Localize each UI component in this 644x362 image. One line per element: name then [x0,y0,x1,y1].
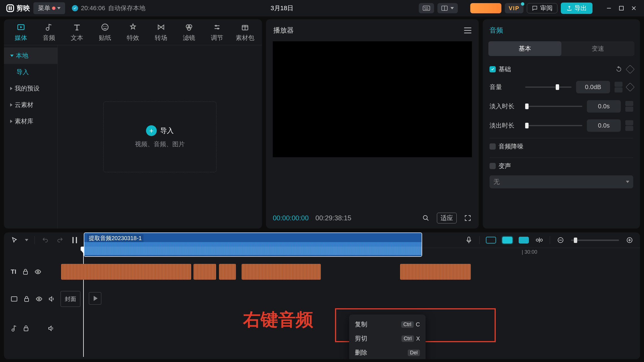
svg-rect-27 [72,237,74,243]
sidebar-item-2[interactable]: 我的预设 [4,80,57,97]
aspect-ratio-button[interactable]: 适应 [437,213,457,223]
chevron-right-icon [10,87,12,90]
audio-clip[interactable]: 提取音频20230318-1 [84,232,422,257]
sidebar-item-1[interactable]: 导入 [4,64,57,80]
undo-button[interactable] [41,236,50,244]
context-item[interactable]: 删除Del [349,346,426,359]
sidebar-item-3[interactable]: 云素材 [4,97,57,113]
export-button[interactable]: 导出 [561,3,593,14]
lock-icon[interactable] [24,296,29,302]
svg-rect-1 [9,6,10,10]
svg-rect-6 [427,7,428,8]
menu-button[interactable]: 菜单 [33,2,65,14]
import-dropzone[interactable]: +导入 视频、音频、图片 [103,102,216,172]
player-canvas[interactable] [273,41,472,157]
snap-mode-3[interactable] [519,237,529,244]
fadein-label: 淡入时长 [490,102,521,111]
mute-icon[interactable] [48,326,54,331]
maximize-button[interactable] [617,4,626,13]
split-button[interactable] [70,236,79,244]
close-icon [631,6,636,11]
fadeout-stepper[interactable] [625,120,633,131]
volume-value[interactable]: 0.0dB [576,81,610,93]
context-item-label: 剪切 [355,334,367,343]
tab-label: 媒体 [15,34,27,42]
sidebar-item-4[interactable]: 素材库 [4,113,57,130]
lock-icon[interactable] [23,325,29,331]
fadein-value[interactable]: 0.0s [587,100,621,113]
context-item[interactable]: 复制CtrlC [349,317,426,331]
keyframe-button[interactable] [626,65,634,74]
basic-checkbox[interactable] [490,66,496,72]
chevron-down-icon [626,181,629,183]
menu-label: 菜单 [38,4,50,12]
cursor-icon [11,237,18,244]
keyboard-button[interactable] [419,3,434,13]
volume-slider[interactable] [525,87,572,88]
sidebar-item-label: 云素材 [15,101,33,109]
align-button[interactable] [535,236,544,244]
project-title: 3月18日 [149,4,415,12]
svg-rect-39 [23,271,27,274]
fadein-stepper[interactable] [625,101,633,112]
media-tab-audio[interactable]: 音频 [35,22,63,42]
audio-icon [44,22,54,32]
layout-button[interactable] [437,3,458,13]
volume-stepper[interactable] [615,82,622,92]
svg-point-22 [215,25,217,26]
redo-button[interactable] [56,236,64,244]
player-title: 播放器 [273,26,294,35]
import-hint: 视频、音频、图片 [135,140,185,148]
video-track-body[interactable] [83,291,640,307]
media-tab-media[interactable]: 媒体 [7,22,35,42]
zoom-out-button[interactable] [556,236,565,244]
cover-button[interactable]: 封面 [61,291,80,307]
autosave-time: 20:46:06 [81,5,105,12]
snap-mode-1[interactable] [486,237,496,244]
volume-keyframe[interactable] [626,83,634,91]
vip-button[interactable]: VIP [505,3,523,13]
fadein-slider[interactable] [525,106,582,107]
tab-label: 文本 [71,34,83,42]
reset-button[interactable] [616,66,622,72]
svg-point-25 [423,216,427,219]
fullscreen-button[interactable] [463,214,472,222]
fadeout-value[interactable]: 0.0s [587,119,621,132]
sidebar-item-0[interactable]: 本地 [4,48,57,64]
voicechange-value: 无 [493,178,500,186]
tab-label: 滤镜 [183,34,195,42]
media-tab-adjust[interactable]: 调节 [203,22,231,42]
player-menu-button[interactable] [464,27,471,33]
mic-button[interactable] [465,236,473,244]
tab-speed[interactable]: 变速 [561,41,634,56]
tab-basic[interactable]: 基本 [488,41,561,56]
close-button[interactable] [629,4,638,13]
denoise-checkbox[interactable] [490,143,496,150]
sticker-icon [100,22,110,32]
media-tab-effect[interactable]: 特效 [119,22,147,42]
media-icon [16,22,26,32]
zoom-in-button[interactable] [625,236,634,244]
promo-button[interactable] [470,3,501,13]
text-track-body[interactable] [61,264,640,280]
cursor-tool[interactable] [10,236,19,244]
mute-icon[interactable] [49,296,55,302]
eye-icon[interactable] [35,269,41,274]
minimize-button[interactable] [604,4,613,13]
snap-mode-2[interactable] [502,237,512,244]
zoom-slider[interactable] [571,240,619,241]
eye-icon[interactable] [36,296,42,301]
media-tab-transition[interactable]: 转场 [147,22,175,42]
lock-icon[interactable] [23,269,28,275]
media-tab-text[interactable]: 文本 [63,22,91,42]
media-tab-filter[interactable]: 滤镜 [175,22,203,42]
media-tab-sticker[interactable]: 贴纸 [91,22,119,42]
zoom-preview-button[interactable] [422,214,430,222]
voicechange-select[interactable]: 无 [490,175,633,188]
context-item[interactable]: 剪切CtrlX [349,331,426,346]
media-tab-package[interactable]: 素材包 [231,22,259,42]
voicechange-checkbox[interactable] [490,163,496,169]
svg-rect-30 [468,237,470,241]
fadeout-slider[interactable] [525,125,582,126]
review-button[interactable]: 审阅 [527,3,557,13]
